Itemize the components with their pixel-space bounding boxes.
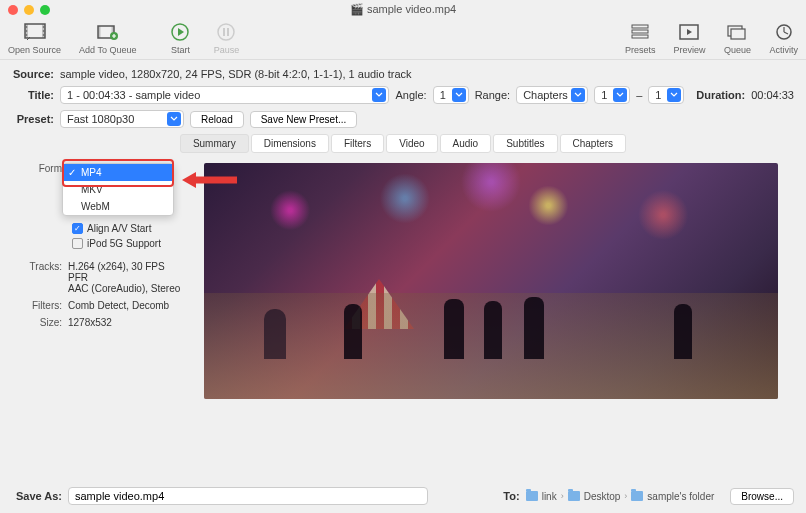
range-label: Range:	[475, 89, 510, 101]
svg-point-5	[25, 34, 27, 36]
ipod-row[interactable]: iPod 5G Support	[72, 238, 184, 249]
preset-label: Preset:	[12, 113, 54, 125]
tab-chapters[interactable]: Chapters	[560, 134, 627, 153]
main-area: Form MP4 MKV WebM Align A/V Start iPod 5…	[12, 163, 794, 399]
title-row: Title: 1 - 00:04:33 - sample video Angle…	[12, 86, 794, 104]
tab-dimensions[interactable]: Dimensions	[251, 134, 329, 153]
title-icon: 🎬	[350, 3, 364, 15]
svg-point-8	[42, 34, 44, 36]
title-select-value: 1 - 00:04:33 - sample video	[67, 89, 200, 101]
format-dropdown[interactable]: MP4 MKV WebM	[62, 163, 174, 216]
ipod-label: iPod 5G Support	[87, 238, 161, 249]
svg-rect-22	[731, 29, 745, 39]
format-option-mp4[interactable]: MP4	[63, 164, 173, 181]
activity-icon	[770, 21, 798, 43]
film-icon	[21, 21, 49, 43]
svg-point-4	[25, 30, 27, 32]
ipod-checkbox[interactable]	[72, 238, 83, 249]
align-av-checkbox[interactable]	[72, 223, 83, 234]
tracks-audio: AAC (CoreAudio), Stereo	[68, 283, 184, 294]
tab-filters[interactable]: Filters	[331, 134, 384, 153]
toolbar: Open Source Add To Queue Start Pause	[0, 19, 806, 60]
chevron-down-icon	[372, 88, 386, 102]
add-to-queue-label: Add To Queue	[79, 45, 136, 55]
path-seg-2: sample's folder	[647, 491, 714, 502]
svg-rect-15	[223, 28, 225, 36]
tracks-value: H.264 (x264), 30 FPS PFR AAC (CoreAudio)…	[68, 261, 184, 294]
save-path[interactable]: link › Desktop › sample's folder	[526, 491, 715, 502]
source-row: Source: sample video, 1280x720, 24 FPS, …	[12, 68, 794, 80]
preview-button[interactable]: Preview	[673, 21, 705, 55]
align-av-row[interactable]: Align A/V Start	[72, 223, 184, 234]
window-controls	[8, 5, 50, 15]
preset-row: Preset: Fast 1080p30 Reload Save New Pre…	[12, 110, 794, 128]
folder-icon	[631, 491, 643, 501]
range-type-select[interactable]: Chapters	[516, 86, 588, 104]
presets-button[interactable]: Presets	[625, 21, 656, 55]
size-label: Size:	[24, 317, 68, 328]
range-from-select[interactable]: 1	[594, 86, 630, 104]
tracks-video: H.264 (x264), 30 FPS PFR	[68, 261, 184, 283]
angle-select[interactable]: 1	[433, 86, 469, 104]
filters-info-label: Filters:	[24, 300, 68, 311]
queue-button[interactable]: Queue	[723, 21, 751, 55]
presets-label: Presets	[625, 45, 656, 55]
path-seg-1: Desktop	[584, 491, 621, 502]
source-value: sample video, 1280x720, 24 FPS, SDR (8-b…	[60, 68, 412, 80]
range-separator: –	[636, 89, 642, 101]
chevron-right-icon: ›	[561, 491, 564, 501]
reload-button[interactable]: Reload	[190, 111, 244, 128]
pause-label: Pause	[214, 45, 240, 55]
save-as-label: Save As:	[12, 490, 62, 502]
range-to-select[interactable]: 1	[648, 86, 684, 104]
svg-rect-19	[632, 35, 648, 38]
tab-video[interactable]: Video	[386, 134, 437, 153]
svg-point-7	[42, 30, 44, 32]
browse-button[interactable]: Browse...	[730, 488, 794, 505]
preview-label: Preview	[673, 45, 705, 55]
video-preview	[204, 163, 778, 399]
tab-audio[interactable]: Audio	[440, 134, 492, 153]
queue-add-icon	[94, 21, 122, 43]
window-title: 🎬 sample video.mp4	[0, 0, 806, 19]
title-select[interactable]: 1 - 00:04:33 - sample video	[60, 86, 389, 104]
chevron-right-icon: ›	[624, 491, 627, 501]
minimize-window-button[interactable]	[24, 5, 34, 15]
range-type-value: Chapters	[523, 89, 568, 101]
chevron-down-icon	[613, 88, 627, 102]
maximize-window-button[interactable]	[40, 5, 50, 15]
open-source-button[interactable]: Open Source	[8, 21, 61, 55]
chevron-down-icon	[667, 88, 681, 102]
activity-label: Activity	[769, 45, 798, 55]
preset-value: Fast 1080p30	[67, 113, 134, 125]
pause-icon	[212, 21, 240, 43]
folder-icon	[568, 491, 580, 501]
source-label: Source:	[12, 68, 54, 80]
save-as-input[interactable]	[68, 487, 428, 505]
svg-point-6	[42, 26, 44, 28]
tab-summary[interactable]: Summary	[180, 134, 249, 153]
add-to-queue-button[interactable]: Add To Queue	[79, 21, 136, 55]
chevron-down-icon	[167, 112, 181, 126]
start-label: Start	[171, 45, 190, 55]
presets-icon	[626, 21, 654, 43]
format-option-mkv[interactable]: MKV	[63, 181, 173, 198]
svg-point-14	[218, 24, 234, 40]
save-new-preset-button[interactable]: Save New Preset...	[250, 111, 358, 128]
preview-icon	[675, 21, 703, 43]
svg-rect-18	[632, 30, 648, 33]
activity-button[interactable]: Activity	[769, 21, 798, 55]
close-window-button[interactable]	[8, 5, 18, 15]
tab-subtitles[interactable]: Subtitles	[493, 134, 557, 153]
preset-select[interactable]: Fast 1080p30	[60, 110, 184, 128]
svg-rect-17	[632, 25, 648, 28]
pause-button[interactable]: Pause	[212, 21, 240, 55]
svg-rect-10	[98, 26, 101, 38]
format-option-webm[interactable]: WebM	[63, 198, 173, 215]
svg-rect-16	[227, 28, 229, 36]
start-button[interactable]: Start	[166, 21, 194, 55]
size-value: 1278x532	[68, 317, 184, 328]
open-source-label: Open Source	[8, 45, 61, 55]
queue-label: Queue	[724, 45, 751, 55]
filters-value: Comb Detect, Decomb	[68, 300, 184, 311]
